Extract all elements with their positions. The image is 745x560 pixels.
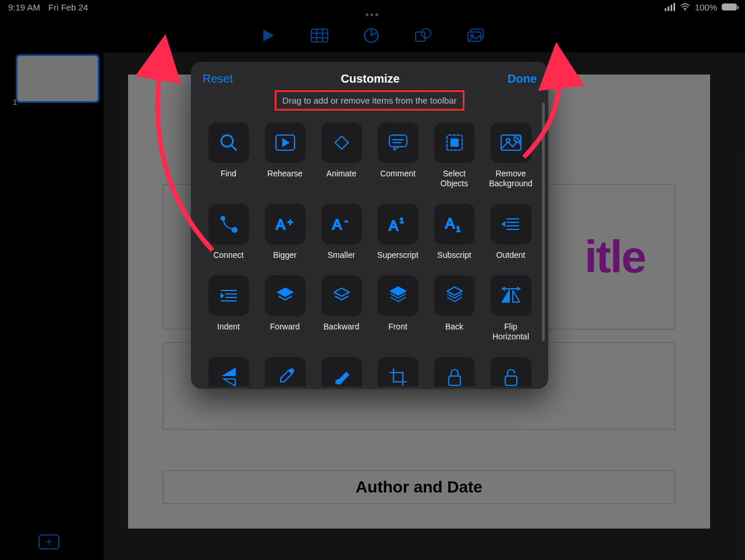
svg-rect-15 [335,136,348,150]
lock-icon [434,357,475,387]
animate-icon [321,122,362,163]
tool-label: Forward [270,322,300,332]
tool-connect[interactable]: Connect [205,204,252,260]
svg-point-25 [221,217,225,220]
backward-icon [321,275,362,316]
rehearse-icon [265,122,306,163]
tool-label: Rehearse [267,169,303,179]
crop-icon [378,357,418,387]
tool-label: Comment [380,169,416,179]
tool-back[interactable]: Back [431,275,478,342]
tool-label: Bigger [273,250,296,260]
svg-text:1: 1 [456,225,460,233]
subscript-icon: A1 [434,204,475,244]
tool-grid: FindRehearseAnimateCommentSelect Objects… [203,119,537,387]
svg-text:A: A [332,217,342,232]
tool-subscript[interactable]: A1Subscript [431,204,478,260]
comment-icon [378,122,418,163]
tool-label: Indent [217,322,240,332]
svg-rect-46 [505,376,517,385]
tool-animate[interactable]: Animate [318,122,365,189]
tool-label: Outdent [496,250,526,260]
tool-label: Remove Background [487,169,534,189]
popover-subtitle: Drag to add or remove items from the too… [275,90,464,111]
find-icon [208,122,249,163]
superscript-icon: A1 [378,204,418,244]
tool-outdent[interactable]: Outdent [487,204,534,260]
tool-label: Select Objects [431,169,478,189]
tool-unlock[interactable] [487,357,534,387]
done-button[interactable]: Done [508,72,537,86]
tool-label: Back [445,322,463,332]
front-icon [378,275,418,316]
tool-label: Backward [324,322,359,332]
style-paste-icon [321,357,362,387]
svg-text:1: 1 [400,217,404,225]
tool-label: Smaller [328,250,355,260]
tool-smaller[interactable]: A-Smaller [318,204,365,260]
tool-rehearse[interactable]: Rehearse [261,122,308,189]
outdent-icon [491,204,531,244]
remove-background-icon [491,122,531,163]
indent-icon [208,275,249,316]
reset-button[interactable]: Reset [203,72,233,86]
svg-line-13 [231,145,236,150]
forward-icon [265,275,306,316]
tool-label: Connect [213,250,243,260]
tool-comment[interactable]: Comment [374,122,421,189]
svg-text:A: A [276,217,285,232]
svg-rect-44 [290,369,293,373]
svg-rect-16 [389,135,407,147]
tool-bigger[interactable]: A+Bigger [261,204,308,260]
tool-indent[interactable]: Indent [205,275,252,342]
tool-superscript[interactable]: A1Superscript [374,204,421,260]
svg-text:A: A [389,218,398,233]
tool-style-copy[interactable] [261,357,308,387]
tool-forward[interactable]: Forward [261,275,308,342]
tool-label: Find [221,169,236,179]
flip-vertical-icon [208,357,249,387]
tool-style-paste[interactable] [318,357,365,387]
bigger-icon: A+ [265,204,306,244]
tool-label: Animate [327,169,356,179]
tool-find[interactable]: Find [205,122,252,189]
tool-crop[interactable] [374,357,421,387]
select-objects-icon [434,122,475,163]
svg-rect-45 [449,376,460,385]
popover-title: Customize [341,72,400,86]
back-icon [434,275,475,316]
smaller-icon: A- [321,204,362,244]
svg-point-26 [232,228,237,232]
tool-flip-vertical[interactable] [205,357,252,387]
tool-label: Flip Horizontal [487,322,534,342]
svg-text:-: - [345,215,348,227]
style-copy-icon [265,357,306,387]
tool-label: Subscript [437,250,471,260]
tool-front[interactable]: Front [374,275,421,342]
tool-flip-horizontal[interactable]: Flip Horizontal [487,275,534,342]
unlock-icon [491,357,531,387]
flip-horizontal-icon [491,275,531,316]
connect-icon [208,204,249,244]
tool-remove-background[interactable]: Remove Background [487,122,534,189]
tool-select-objects[interactable]: Select Objects [431,122,478,189]
tool-label: Superscript [377,250,418,260]
svg-rect-20 [451,139,458,146]
svg-text:A: A [445,215,455,231]
tool-lock[interactable] [431,357,478,387]
tool-backward[interactable]: Backward [318,275,365,342]
scrollbar[interactable] [542,102,545,341]
svg-text:+: + [288,217,293,227]
tool-label: Front [388,322,407,332]
customize-popover: Reset Customize Done Drag to add or remo… [191,62,548,389]
